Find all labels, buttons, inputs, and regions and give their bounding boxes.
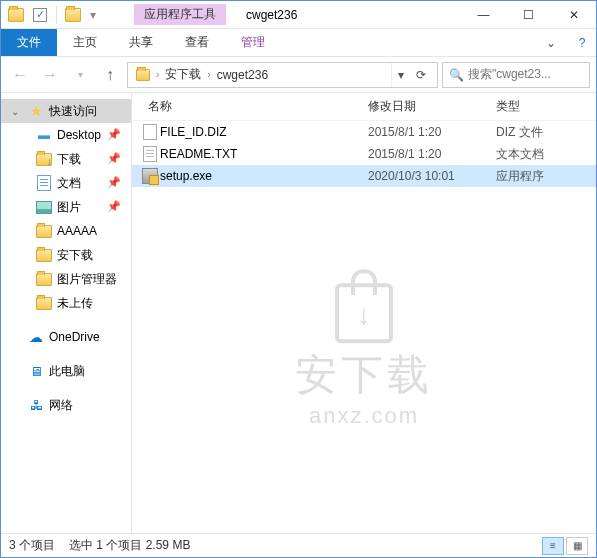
sidebar-item-label: 快速访问 xyxy=(49,103,97,120)
nav-up-button[interactable]: ↑ xyxy=(97,62,123,88)
status-item-count: 3 个项目 xyxy=(9,537,55,554)
sidebar-item-label: 此电脑 xyxy=(49,363,85,380)
sidebar-item-label: 网络 xyxy=(49,397,73,414)
nav-back-button[interactable]: ← xyxy=(7,62,33,88)
ribbon-tabs: 文件 主页 共享 查看 管理 ⌄ ? xyxy=(1,29,596,57)
sidebar-item-pictures[interactable]: 图片 📌 xyxy=(1,195,131,219)
sidebar-item-label: 安下载 xyxy=(57,247,93,264)
close-button[interactable]: ✕ xyxy=(551,1,596,29)
file-date: 2020/10/3 10:01 xyxy=(368,169,496,183)
sidebar-item-documents[interactable]: 文档 📌 xyxy=(1,171,131,195)
address-box[interactable]: › 安下载 › cwget236 ▾ ⟳ xyxy=(127,62,438,88)
search-input[interactable]: 🔍 搜索"cwget23... xyxy=(442,62,590,88)
file-date: 2015/8/1 1:20 xyxy=(368,125,496,139)
exe-file-icon xyxy=(140,168,160,184)
tab-share[interactable]: 共享 xyxy=(113,29,169,56)
file-list[interactable]: FILE_ID.DIZ 2015/8/1 1:20 DIZ 文件 README.… xyxy=(132,121,596,533)
sidebar-item-label: 未上传 xyxy=(57,295,93,312)
nav-forward-button[interactable]: → xyxy=(37,62,63,88)
folder-icon xyxy=(35,222,53,240)
qat-separator xyxy=(56,6,57,24)
sidebar-item-label: 图片管理器 xyxy=(57,271,117,288)
column-header-name[interactable]: 名称 xyxy=(132,98,368,115)
chevron-right-icon[interactable]: › xyxy=(154,69,161,80)
sidebar-item-network[interactable]: 🖧 网络 xyxy=(1,393,131,417)
star-icon: ★ xyxy=(27,102,45,120)
file-row[interactable]: README.TXT 2015/8/1 1:20 文本文档 xyxy=(132,143,596,165)
search-placeholder: 搜索"cwget23... xyxy=(468,66,551,83)
properties-qat-button[interactable]: ✓ xyxy=(29,4,51,26)
tab-view[interactable]: 查看 xyxy=(169,29,225,56)
desktop-icon: ▬ xyxy=(35,126,53,144)
folder-icon xyxy=(35,294,53,312)
sidebar-item-picmgr[interactable]: 图片管理器 xyxy=(1,267,131,291)
qat-dropdown-icon[interactable]: ▾ xyxy=(86,8,100,22)
file-icon xyxy=(140,124,160,140)
navigation-pane: ⌄ ★ 快速访问 ▬ Desktop 📌 下载 📌 文档 📌 图片 📌 AAAA… xyxy=(1,93,132,533)
downloads-icon xyxy=(35,150,53,168)
address-bar: ← → ▾ ↑ › 安下载 › cwget236 ▾ ⟳ 🔍 搜索"cwget2… xyxy=(1,57,596,93)
sidebar-item-aaaaa[interactable]: AAAAA xyxy=(1,219,131,243)
new-folder-qat-button[interactable] xyxy=(62,4,84,26)
sidebar-item-unuploaded[interactable]: 未上传 xyxy=(1,291,131,315)
pictures-icon xyxy=(35,198,53,216)
pin-icon: 📌 xyxy=(107,200,121,214)
sidebar-item-onedrive[interactable]: ☁ OneDrive xyxy=(1,325,131,349)
pin-icon: 📌 xyxy=(107,176,121,190)
view-large-icons-button[interactable]: ▦ xyxy=(566,537,588,555)
chevron-right-icon[interactable]: › xyxy=(205,69,212,80)
sidebar-item-thispc[interactable]: 🖥 此电脑 xyxy=(1,359,131,383)
sidebar-item-label: 文档 xyxy=(57,175,81,192)
address-segment-2[interactable]: cwget236 xyxy=(213,68,272,82)
folder-app-icon xyxy=(5,4,27,26)
file-type: 文本文档 xyxy=(496,146,596,163)
tab-manage[interactable]: 管理 xyxy=(225,29,281,56)
watermark: 安下载 anxz.com xyxy=(295,283,433,429)
nav-recent-dropdown[interactable]: ▾ xyxy=(67,62,93,88)
file-row[interactable]: FILE_ID.DIZ 2015/8/1 1:20 DIZ 文件 xyxy=(132,121,596,143)
maximize-button[interactable]: ☐ xyxy=(506,1,551,29)
sidebar-item-label: 下载 xyxy=(57,151,81,168)
watermark-text-cn: 安下载 xyxy=(295,347,433,403)
sidebar-item-label: 图片 xyxy=(57,199,81,216)
search-icon: 🔍 xyxy=(449,68,464,82)
documents-icon xyxy=(35,174,53,192)
folder-icon xyxy=(35,270,53,288)
refresh-button[interactable]: ⟳ xyxy=(409,68,433,82)
address-root-icon[interactable] xyxy=(132,69,154,81)
folder-icon xyxy=(35,246,53,264)
file-name: README.TXT xyxy=(160,147,368,161)
column-header-type[interactable]: 类型 xyxy=(496,98,596,115)
help-button[interactable]: ? xyxy=(568,29,596,56)
tab-file[interactable]: 文件 xyxy=(1,29,57,56)
status-selection: 选中 1 个项目 2.59 MB xyxy=(69,537,190,554)
quick-access-toolbar: ✓ ▾ xyxy=(1,4,104,26)
file-type: 应用程序 xyxy=(496,168,596,185)
pc-icon: 🖥 xyxy=(27,362,45,380)
pin-icon: 📌 xyxy=(107,152,121,166)
address-history-dropdown[interactable]: ▾ xyxy=(391,63,409,87)
sidebar-item-downloads[interactable]: 下载 📌 xyxy=(1,147,131,171)
address-segment-1[interactable]: 安下载 xyxy=(161,66,205,83)
column-header-date[interactable]: 修改日期 xyxy=(368,98,496,115)
expand-icon[interactable]: ⌄ xyxy=(11,106,23,117)
file-list-pane: 名称 修改日期 类型 FILE_ID.DIZ 2015/8/1 1:20 DIZ… xyxy=(132,93,596,533)
text-file-icon xyxy=(140,146,160,162)
watermark-text-en: anxz.com xyxy=(295,403,433,429)
context-tab-label: 应用程序工具 xyxy=(134,4,226,25)
tab-home[interactable]: 主页 xyxy=(57,29,113,56)
minimize-button[interactable]: ― xyxy=(461,1,506,29)
file-row[interactable]: setup.exe 2020/10/3 10:01 应用程序 xyxy=(132,165,596,187)
file-type: DIZ 文件 xyxy=(496,124,596,141)
sidebar-item-desktop[interactable]: ▬ Desktop 📌 xyxy=(1,123,131,147)
view-details-button[interactable]: ≡ xyxy=(542,537,564,555)
sidebar-quick-access[interactable]: ⌄ ★ 快速访问 xyxy=(1,99,131,123)
title-bar: ✓ ▾ 应用程序工具 cwget236 ― ☐ ✕ xyxy=(1,1,596,29)
pin-icon: 📌 xyxy=(107,128,121,142)
window-title: cwget236 xyxy=(246,8,297,22)
ribbon-expand-button[interactable]: ⌄ xyxy=(534,29,568,56)
sidebar-item-anxiazai[interactable]: 安下载 xyxy=(1,243,131,267)
watermark-bag-icon xyxy=(335,283,393,343)
network-icon: 🖧 xyxy=(27,396,45,414)
file-name: setup.exe xyxy=(160,169,368,183)
